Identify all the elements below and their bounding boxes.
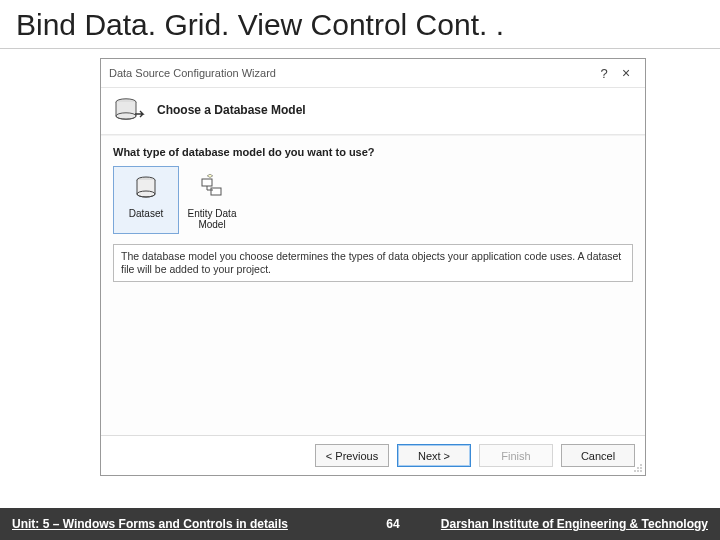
wizard-body: What type of database model do you want …	[101, 135, 645, 435]
close-button[interactable]: ×	[615, 63, 637, 83]
model-option-entity[interactable]: Entity Data Model	[179, 166, 245, 234]
wizard-window-title: Data Source Configuration Wizard	[109, 67, 593, 79]
finish-button: Finish	[479, 444, 553, 467]
svg-point-11	[640, 470, 642, 472]
model-prompt-label: What type of database model do you want …	[113, 146, 633, 158]
wizard-banner-title: Choose a Database Model	[157, 103, 306, 117]
resize-grip-icon[interactable]	[633, 463, 643, 473]
svg-point-10	[637, 470, 639, 472]
dataset-icon	[131, 173, 161, 205]
next-button[interactable]: Next >	[397, 444, 471, 467]
help-button[interactable]: ?	[593, 63, 615, 83]
model-hint-text: The database model you choose determines…	[113, 244, 633, 282]
svg-point-7	[637, 467, 639, 469]
entity-model-icon	[197, 173, 227, 205]
slide-title: Bind Data. Grid. View Control Cont. .	[0, 0, 720, 49]
wizard-banner: Choose a Database Model	[101, 88, 645, 135]
svg-point-8	[640, 467, 642, 469]
svg-rect-5	[211, 188, 221, 195]
database-icon	[113, 96, 147, 124]
wizard-window: Data Source Configuration Wizard ? × Cho…	[100, 58, 646, 476]
wizard-footer: < Previous Next > Finish Cancel	[101, 435, 645, 475]
slide-footer: Unit: 5 – Windows Forms and Controls in …	[0, 508, 720, 540]
footer-unit: Unit: 5 – Windows Forms and Controls in …	[12, 517, 288, 531]
footer-org: Darshan Institute of Engineering & Techn…	[441, 517, 708, 531]
wizard-titlebar: Data Source Configuration Wizard ? ×	[101, 59, 645, 88]
cancel-button[interactable]: Cancel	[561, 444, 635, 467]
svg-point-6	[640, 464, 642, 466]
footer-page-number: 64	[358, 517, 428, 531]
previous-button[interactable]: < Previous	[315, 444, 389, 467]
model-option-dataset[interactable]: Dataset	[113, 166, 179, 234]
model-option-label: Dataset	[129, 208, 163, 219]
svg-point-9	[634, 470, 636, 472]
svg-rect-4	[202, 179, 212, 186]
model-options: Dataset Entity Data Model	[113, 166, 633, 234]
model-option-label: Entity Data Model	[180, 208, 244, 230]
